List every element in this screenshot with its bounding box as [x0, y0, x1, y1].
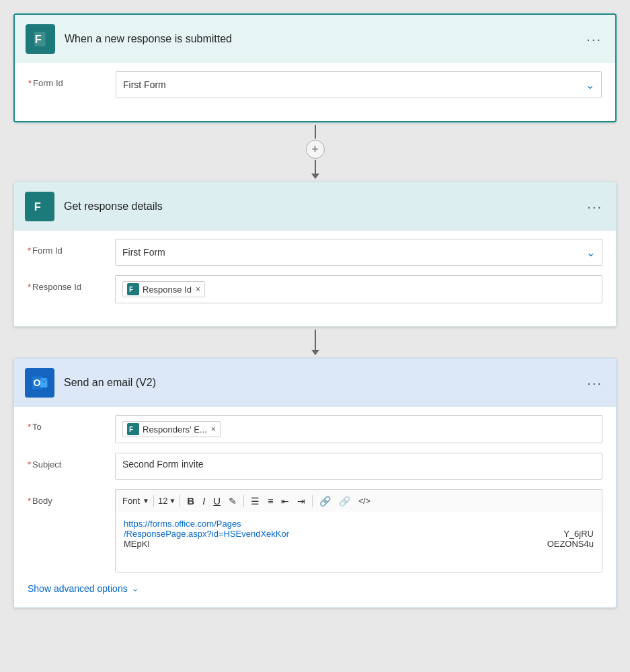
response-card-menu[interactable]: ···	[584, 199, 605, 215]
advanced-options-link[interactable]: Show advanced options ⌄	[28, 583, 602, 594]
toolbar-sep-1	[153, 495, 154, 507]
highlight-button[interactable]: ✎	[226, 494, 239, 508]
advanced-options-label: Show advanced options	[28, 583, 128, 594]
body-part2: Y_6jRU	[563, 529, 594, 539]
advanced-options-chevron-icon: ⌄	[132, 584, 139, 593]
email-body-row: *Body Font ▼ 12 ▼	[28, 489, 602, 572]
email-to-field[interactable]: F Responders' E... ×	[115, 415, 602, 443]
svg-text:O: O	[33, 377, 40, 388]
toolbar-sep-2	[180, 495, 180, 507]
trigger-card: F When a new response is submitted ··· *…	[13, 13, 617, 122]
response-form-id-value: First Form	[122, 247, 165, 258]
body-line3-part1: MEpKl	[124, 539, 149, 549]
email-subject-field[interactable]: Second Form invite	[115, 453, 602, 480]
email-card: O Send an email (V2) ··· *To F	[13, 358, 617, 608]
to-chip-label: Responders' E...	[143, 424, 207, 435]
unlink-button[interactable]: 🔗	[336, 494, 353, 508]
unordered-list-button[interactable]: ☰	[248, 494, 262, 508]
chip-forms-icon: F	[127, 283, 139, 295]
body-link-2: /ResponsePage.aspx?id=HSEvendXekKor	[124, 529, 289, 539]
underline-button[interactable]: U	[210, 494, 223, 508]
decrease-indent-button[interactable]: ⇤	[278, 494, 292, 508]
font-label: Font	[122, 496, 140, 506]
connector-2	[311, 330, 319, 355]
body-line2: /ResponsePage.aspx?id=HSEvendXekKor Y_6j…	[124, 529, 594, 539]
trigger-card-title: When a new response is submitted	[65, 33, 584, 45]
font-size-value: 12	[158, 496, 167, 506]
svg-text:F: F	[129, 286, 133, 293]
trigger-card-body: *Form Id First Form ⌄	[15, 63, 615, 121]
svg-text:F: F	[35, 33, 42, 45]
connector-line-2a	[315, 330, 316, 350]
toolbar-sep-3	[243, 495, 244, 507]
to-chip-icon: F	[127, 423, 139, 435]
response-form-id-select[interactable]: First Form ⌄	[115, 239, 602, 266]
response-card-header: F Get response details ···	[14, 182, 616, 231]
trigger-card-header: F When a new response is submitted ···	[15, 15, 615, 63]
connector-arrow-1	[311, 174, 319, 179]
add-step-button-1[interactable]: +	[306, 140, 325, 159]
body-line1: https://forms.office.com/Pages	[124, 519, 594, 529]
email-card-body: *To F Responders' E... × *Subject	[14, 407, 616, 607]
response-id-chip: F Response Id ×	[122, 281, 205, 297]
trigger-form-id-row: *Form Id First Form ⌄	[28, 71, 602, 98]
email-body-label: *Body	[28, 489, 115, 506]
email-subject-row: *Subject Second Form invite	[28, 453, 602, 480]
email-card-header: O Send an email (V2) ···	[14, 359, 616, 407]
italic-button[interactable]: I	[200, 494, 208, 508]
email-subject-label: *Subject	[28, 453, 115, 470]
trigger-form-id-required: *	[28, 78, 32, 88]
response-icon: F	[25, 192, 54, 221]
flow-container: F When a new response is submitted ··· *…	[13, 13, 617, 608]
response-id-row: *Response Id F Response Id ×	[28, 275, 602, 303]
font-select[interactable]: Font ▼	[122, 496, 149, 506]
email-subject-value: Second Form invite	[122, 459, 204, 470]
increase-indent-button[interactable]: ⇥	[294, 494, 308, 508]
toolbar-sep-4	[312, 495, 313, 507]
trigger-form-id-label: *Form Id	[28, 71, 116, 88]
link-button[interactable]: 🔗	[317, 494, 333, 508]
response-form-id-row: *Form Id First Form ⌄	[28, 239, 602, 266]
body-link: https://forms.office.com/Pages	[124, 519, 241, 529]
email-card-title: Send an email (V2)	[64, 377, 584, 389]
code-button[interactable]: </>	[356, 495, 372, 507]
body-line3-part2: OEZONS4u	[547, 539, 594, 549]
response-id-field[interactable]: F Response Id ×	[115, 275, 602, 303]
svg-text:F: F	[34, 200, 41, 213]
email-to-row: *To F Responders' E... ×	[28, 415, 602, 443]
to-chip-close[interactable]: ×	[211, 424, 216, 434]
connector-arrow-2	[311, 350, 319, 355]
font-size-select[interactable]: 12 ▼	[158, 496, 175, 506]
ordered-list-button[interactable]: ≡	[265, 494, 276, 508]
bold-button[interactable]: B	[184, 494, 197, 508]
response-card-body: *Form Id First Form ⌄ *Response Id F Re	[14, 231, 616, 326]
trigger-form-id-select[interactable]: First Form ⌄	[116, 71, 602, 98]
chip-label: Response Id	[143, 285, 192, 295]
email-icon: O	[25, 368, 54, 398]
response-card: F Get response details ··· *Form Id Firs…	[13, 182, 617, 327]
svg-text:F: F	[129, 426, 133, 433]
body-line3: MEpKl OEZONS4u	[124, 539, 594, 549]
response-id-label: *Response Id	[28, 275, 115, 292]
trigger-form-id-chevron: ⌄	[586, 79, 594, 91]
response-card-title: Get response details	[64, 200, 584, 213]
trigger-card-menu[interactable]: ···	[584, 32, 604, 47]
connector-line-1a	[315, 125, 316, 139]
response-form-id-chevron: ⌄	[586, 246, 595, 259]
connector-1: +	[306, 125, 325, 179]
trigger-icon: F	[26, 24, 55, 54]
email-to-label: *To	[28, 415, 115, 432]
trigger-form-id-value: First Form	[123, 79, 166, 90]
body-editor[interactable]: https://forms.office.com/Pages /Response…	[115, 512, 602, 572]
email-body-editor-container: Font ▼ 12 ▼ B I U ✎	[115, 489, 602, 572]
font-size-dropdown-icon: ▼	[169, 497, 175, 505]
email-card-menu[interactable]: ···	[584, 375, 605, 391]
body-toolbar: Font ▼ 12 ▼ B I U ✎	[115, 489, 602, 512]
font-dropdown-icon: ▼	[143, 497, 149, 505]
connector-line-1b	[315, 160, 316, 174]
chip-close-button[interactable]: ×	[196, 285, 200, 294]
response-form-id-label: *Form Id	[28, 239, 115, 256]
to-chip: F Responders' E... ×	[122, 421, 221, 437]
